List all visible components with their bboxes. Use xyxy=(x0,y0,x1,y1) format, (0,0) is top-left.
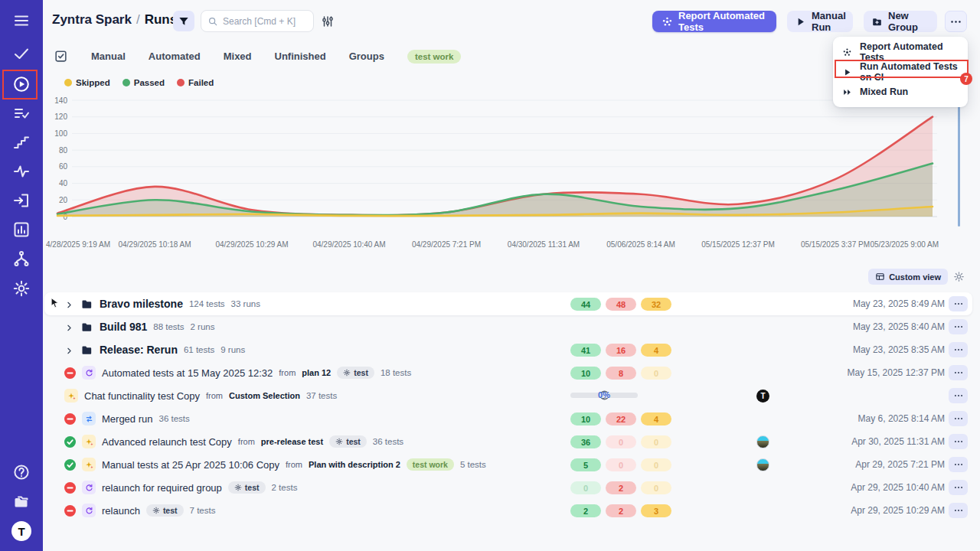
filter-tag-pill[interactable]: test work xyxy=(407,50,462,64)
app-logo[interactable]: T xyxy=(11,521,31,541)
row-more-button[interactable] xyxy=(949,296,968,311)
legend-label: Skipped xyxy=(76,78,110,87)
filter-settings-button[interactable] xyxy=(319,13,336,30)
run-tag-pill[interactable]: test work xyxy=(407,458,454,471)
menu-item-label: Report Automated Tests xyxy=(860,41,959,63)
from-plan-name: plan 12 xyxy=(302,368,331,377)
view-settings-button[interactable] xyxy=(953,271,965,282)
chart-scrollbar[interactable] xyxy=(958,103,960,227)
run-date: May 23, 2025 8:35 AM xyxy=(853,344,945,355)
run-row[interactable]: Automated tests at 15 May 2025 12:32from… xyxy=(44,361,972,384)
run-tag-pill[interactable]: test xyxy=(146,504,184,517)
sidebar-help-icon[interactable] xyxy=(12,463,31,481)
row-more-button[interactable] xyxy=(949,457,968,472)
tag-label: test xyxy=(346,437,361,446)
run-name: Automated tests at 15 May 2025 12:32 xyxy=(102,367,273,379)
sidebar-pulse-icon[interactable] xyxy=(12,162,31,181)
status-failed-icon xyxy=(64,367,76,379)
run-row[interactable]: Advanced relaunch test Copyfrompre-relea… xyxy=(44,430,972,453)
search-input[interactable] xyxy=(223,16,307,27)
sidebar-branch-icon[interactable] xyxy=(12,249,31,268)
chevron-right-icon[interactable] xyxy=(64,322,74,332)
progress-value: 0% xyxy=(570,390,638,399)
manual-run-button[interactable]: Manual Run xyxy=(787,11,853,32)
sidebar-steps-icon[interactable] xyxy=(12,133,31,152)
tab-manual[interactable]: Manual xyxy=(91,51,126,62)
row-main: relaunch for required grouptest2 tests xyxy=(44,481,297,494)
run-row[interactable]: Manual tests at 25 Apr 2025 10:06 Copyfr… xyxy=(44,453,972,476)
run-row[interactable]: relaunchtest7 tests223Apr 29, 2025 10:29… xyxy=(44,499,972,522)
play-icon xyxy=(795,16,806,28)
group-row[interactable]: Release: Rerun61 tests9 runs41164May 23,… xyxy=(44,338,972,361)
legend-dot xyxy=(122,79,130,86)
menu-item-run-automated-tests-on-ci[interactable]: Run Automated Tests on CI xyxy=(833,62,968,82)
tag-label: test work xyxy=(413,460,448,469)
run-row[interactable]: relaunch for required grouptest2 tests02… xyxy=(44,476,972,499)
sidebar-play-circle-icon[interactable] xyxy=(12,75,31,93)
menu-item-mixed-run[interactable]: Mixed Run xyxy=(833,82,968,102)
svg-text:120: 120 xyxy=(54,112,67,121)
filter-button[interactable] xyxy=(173,11,194,31)
stat-failed-badge: 16 xyxy=(606,344,636,357)
run-row[interactable]: Chat functinality test CopyfromCustom Se… xyxy=(44,384,972,407)
sidebar-bar-chart-icon[interactable] xyxy=(12,220,31,239)
row-main: Chat functinality test CopyfromCustom Se… xyxy=(44,389,337,403)
tab-groups[interactable]: Groups xyxy=(349,51,384,62)
row-more-button[interactable] xyxy=(949,434,968,449)
table-view-icon xyxy=(875,272,885,282)
report-icon xyxy=(842,47,852,57)
runs-trend-chart: 0204060801001201404/28/2025 9:19 AM04/29… xyxy=(44,92,966,254)
sidebar-import-icon[interactable] xyxy=(12,191,31,210)
run-tag-pill[interactable]: test xyxy=(329,435,367,448)
tag-gear-icon xyxy=(152,507,160,514)
checklist-icon[interactable] xyxy=(54,49,68,64)
menu-item-label: Run Automated Tests on CI xyxy=(860,61,959,83)
sidebar-folders-icon[interactable] xyxy=(12,492,31,510)
row-more-button[interactable] xyxy=(949,319,968,334)
group-tests-count: 61 tests xyxy=(184,345,214,354)
legend-skipped[interactable]: Skipped xyxy=(64,78,110,87)
sidebar-check-icon[interactable] xyxy=(12,44,31,63)
search-icon xyxy=(207,16,218,27)
chevron-right-icon[interactable] xyxy=(64,299,74,309)
custom-view-button[interactable]: Custom view xyxy=(868,269,948,285)
menu-item-report-automated-tests[interactable]: Report Automated Tests xyxy=(833,42,968,62)
sidebar-gear-icon[interactable] xyxy=(12,279,31,298)
group-row[interactable]: Bravo milestone124 tests33 runs444832May… xyxy=(44,292,972,315)
from-label: from xyxy=(286,460,302,469)
run-date: May 23, 2025 8:49 AM xyxy=(853,298,945,309)
sidebar-menu-icon[interactable] xyxy=(12,11,31,30)
sidebar-list-check-icon[interactable] xyxy=(12,104,31,122)
breadcrumb-project[interactable]: Zyntra Spark xyxy=(52,12,132,27)
group-row[interactable]: Build 98188 tests2 runsMay 23, 2025 8:40… xyxy=(44,315,972,338)
row-more-button[interactable] xyxy=(949,342,968,357)
svg-text:05/15/2025 12:37 PM: 05/15/2025 12:37 PM xyxy=(701,240,775,249)
folder-icon xyxy=(80,321,93,334)
legend-passed[interactable]: Passed xyxy=(122,78,165,87)
run-stats: 223 xyxy=(570,504,671,517)
run-tag-pill[interactable]: test xyxy=(228,481,266,494)
run-row[interactable]: Merged run36 tests10224May 6, 2025 8:14 … xyxy=(44,407,972,430)
svg-text:20: 20 xyxy=(59,196,68,204)
stat-passed-badge: 41 xyxy=(570,344,601,357)
app-root: T Zyntra Spark/Runs Report Automated Tes… xyxy=(0,0,980,551)
row-more-button[interactable] xyxy=(949,480,968,495)
run-date: Apr 29, 2025 7:21 PM xyxy=(855,459,945,470)
row-more-button[interactable] xyxy=(949,503,968,518)
legend-failed[interactable]: Failed xyxy=(177,78,214,87)
row-more-button[interactable] xyxy=(949,388,968,403)
chevron-right-icon[interactable] xyxy=(64,345,74,355)
stat-skipped-badge: 0 xyxy=(641,458,671,471)
run-tag-pill[interactable]: test xyxy=(337,367,374,379)
run-name: Advanced relaunch test Copy xyxy=(102,436,232,448)
row-more-button[interactable] xyxy=(949,411,968,426)
new-group-button[interactable]: New Group xyxy=(864,11,937,32)
tab-mixed[interactable]: Mixed xyxy=(224,51,252,62)
tab-unfinished[interactable]: Unfinished xyxy=(275,51,326,62)
tab-automated[interactable]: Automated xyxy=(149,51,201,62)
report-automated-tests-button[interactable]: Report Automated Tests xyxy=(652,11,776,32)
stat-skipped-badge: 0 xyxy=(641,367,671,380)
row-more-button[interactable] xyxy=(949,365,968,380)
more-actions-button[interactable] xyxy=(945,11,967,32)
chart-legend: SkippedPassedFailed xyxy=(64,78,214,87)
